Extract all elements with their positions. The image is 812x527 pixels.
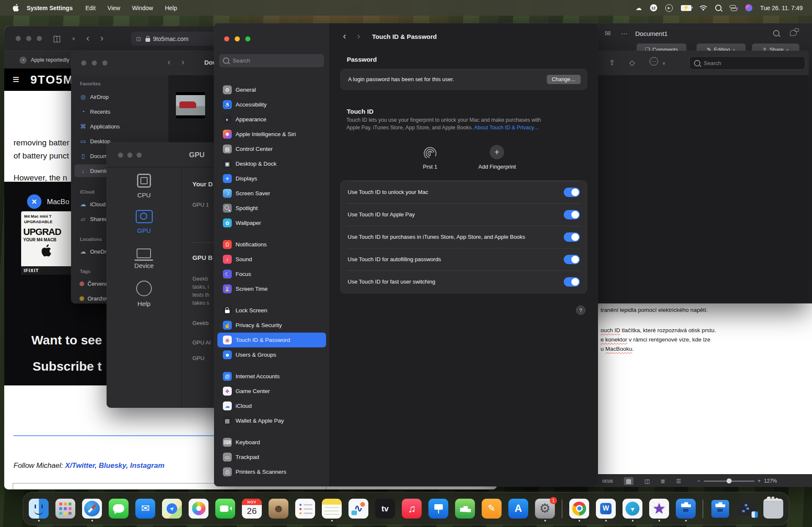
messages[interactable] bbox=[109, 496, 129, 522]
draft-view-icon[interactable]: ☰ bbox=[676, 478, 681, 484]
chrome[interactable] bbox=[569, 496, 589, 522]
dock-icon[interactable] bbox=[569, 499, 589, 519]
dock-icon[interactable]: ⚙ 1 bbox=[535, 499, 555, 519]
zoom-slider[interactable] bbox=[704, 481, 754, 482]
app-store[interactable]: A bbox=[508, 496, 528, 522]
sidebar-item[interactable]: ◔ Recents bbox=[74, 105, 165, 118]
dock-icon[interactable] bbox=[29, 499, 49, 519]
photos[interactable] bbox=[189, 496, 208, 522]
print-layout-icon[interactable]: ▤ bbox=[624, 477, 633, 485]
finder-traffic-lights[interactable] bbox=[81, 60, 107, 66]
dock-icon[interactable]: ▅▇▄ bbox=[455, 499, 475, 519]
finder-nav[interactable]: ‹› bbox=[167, 57, 184, 67]
divider[interactable] bbox=[702, 496, 703, 522]
menu-item[interactable]: Edit bbox=[85, 5, 96, 11]
sidebar-toggle-icon[interactable]: ◫ bbox=[53, 33, 61, 44]
about-touchid-privacy-link[interactable]: About Touch ID & Privacy… bbox=[474, 125, 539, 131]
settings-sidebar-item[interactable]: ♿ Accessibility bbox=[217, 97, 326, 112]
trash[interactable] bbox=[763, 496, 783, 522]
settings-sidebar-item[interactable]: ⎙ Printers & Scanners bbox=[217, 464, 326, 479]
minimized-window[interactable] bbox=[737, 496, 757, 522]
geekbench-nav-item[interactable]: Device bbox=[134, 246, 154, 269]
toggle-switch-on[interactable] bbox=[564, 232, 580, 242]
fingerprint-name[interactable]: Prst 1 bbox=[409, 164, 451, 170]
settings-sidebar-item[interactable]: ⌨ Keyboard bbox=[217, 435, 326, 450]
settings-sidebar-item[interactable]: ☁ iCloud bbox=[217, 399, 326, 413]
chevron-down-icon[interactable]: ∨ bbox=[72, 36, 75, 41]
settings-sidebar-item[interactable]: ☽ Screen Saver bbox=[217, 186, 326, 201]
close-button[interactable] bbox=[224, 36, 229, 41]
dock-icon[interactable] bbox=[763, 499, 783, 519]
settings-sidebar-item[interactable]: ☻ Users & Groups bbox=[217, 347, 326, 362]
page-settings-icon[interactable]: ⊡ bbox=[136, 35, 141, 42]
menu-item[interactable]: Help bbox=[165, 5, 177, 11]
focus-button[interactable]: ocus bbox=[602, 478, 613, 484]
mail[interactable]: ✉ bbox=[135, 496, 155, 522]
settings-sidebar-item[interactable]: ▣ Desktop & Dock bbox=[217, 156, 326, 171]
settings-sidebar-item[interactable]: ⚙ General bbox=[217, 82, 326, 97]
maps[interactable]: ➤ bbox=[162, 496, 182, 522]
menu-item[interactable]: Window bbox=[132, 5, 153, 11]
fingerprint-icon[interactable] bbox=[422, 145, 439, 161]
dock-icon[interactable]: ★ bbox=[649, 499, 669, 519]
back-icon[interactable]: ‹ bbox=[86, 33, 89, 44]
settings-sidebar-item[interactable]: Ω Notifications bbox=[217, 237, 326, 252]
back-icon[interactable]: ‹ bbox=[343, 31, 346, 42]
apple-tv[interactable]: tv bbox=[375, 496, 395, 522]
geekbench[interactable]: ▅▇▄ bbox=[676, 496, 696, 522]
music[interactable]: ♫ bbox=[402, 496, 422, 522]
onedrive-cloud-icon[interactable]: ☁ bbox=[636, 4, 642, 12]
dock-icon[interactable]: NOV 26 bbox=[242, 499, 262, 519]
forward-icon[interactable]: › bbox=[357, 31, 360, 42]
settings-sidebar-item[interactable]: ▤ Control Center bbox=[217, 142, 326, 156]
video-file-thumbnail[interactable] bbox=[176, 92, 205, 118]
finder[interactable] bbox=[29, 496, 49, 522]
geekbench-download[interactable]: ▅▇▄ bbox=[710, 496, 730, 522]
people-comments-icon[interactable] bbox=[790, 30, 797, 36]
keynote[interactable] bbox=[428, 496, 448, 522]
battery-charging-icon[interactable]: ⚡ bbox=[681, 5, 691, 11]
tag-icon[interactable]: ◇ bbox=[629, 58, 635, 67]
geekbench-nav-item[interactable]: GPU bbox=[136, 210, 153, 234]
settings-sidebar-item[interactable]: ✿ Wallpaper bbox=[217, 216, 326, 230]
settings-sidebar-item[interactable]: ▭ Trackpad bbox=[217, 450, 326, 464]
spotlight-search-icon[interactable] bbox=[715, 5, 721, 11]
zoom-control[interactable]: − + 127% bbox=[697, 478, 777, 484]
dock-icon[interactable] bbox=[322, 499, 342, 519]
sidebar-item[interactable]: ⌘ Applications bbox=[74, 120, 165, 133]
web-layout-icon[interactable]: ◫ bbox=[645, 478, 650, 484]
finder-search-field[interactable]: Search bbox=[689, 56, 805, 70]
zoom-out-icon[interactable]: − bbox=[697, 478, 700, 484]
add-fingerprint-button[interactable]: + bbox=[490, 145, 504, 159]
settings-search-field[interactable]: Search bbox=[219, 54, 324, 67]
freeform[interactable]: ∿ bbox=[348, 496, 368, 522]
dock-icon[interactable] bbox=[562, 500, 562, 518]
dock-icon[interactable] bbox=[55, 499, 75, 519]
social-links[interactable]: X/Twitter, Bluesky, Instagram bbox=[65, 461, 165, 470]
settings-sidebar-item[interactable]: ☾ Focus bbox=[217, 267, 326, 281]
zoom-button[interactable] bbox=[245, 36, 250, 41]
settings-sidebar-item[interactable]: ☀ Displays bbox=[217, 171, 326, 186]
facetime[interactable] bbox=[215, 496, 235, 522]
dock-icon[interactable] bbox=[215, 499, 235, 519]
settings-sidebar-item[interactable]: ❖ Game Center bbox=[217, 384, 326, 399]
system-settings[interactable]: ⚙ 1 bbox=[535, 496, 555, 522]
forward-icon[interactable]: › bbox=[100, 33, 103, 44]
reminders[interactable] bbox=[295, 496, 315, 522]
address-text[interactable]: 9to5mac.com bbox=[153, 35, 189, 42]
settings-sidebar-item[interactable]: ◐ Appearance bbox=[217, 112, 326, 127]
dock-icon[interactable]: ♫ bbox=[402, 499, 422, 519]
settings-sidebar-item[interactable]: @ Internet Accounts bbox=[217, 369, 326, 384]
settings-sidebar-item[interactable]: ▤ Wallet & Apple Pay bbox=[217, 413, 326, 428]
dock-icon[interactable]: ✎ bbox=[482, 499, 502, 519]
menu-bar-clock[interactable]: Tue 26. 11. 7:49 bbox=[760, 5, 803, 11]
settings-sidebar-item[interactable]: ✱ Apple Intelligence & Siri bbox=[217, 127, 326, 142]
numbers[interactable]: ▅▇▄ bbox=[455, 496, 475, 522]
tab-title[interactable]: Apple reportedly bbox=[31, 57, 69, 63]
document-page[interactable]: tranění lepidla pomocí elektrického napě… bbox=[594, 303, 812, 474]
share-icon[interactable]: ⇧ bbox=[609, 58, 615, 67]
dock-icon[interactable]: ☻ bbox=[269, 499, 288, 519]
siri-icon[interactable] bbox=[745, 4, 752, 11]
dock-icon[interactable] bbox=[82, 499, 102, 519]
dock-icon[interactable] bbox=[702, 500, 703, 518]
